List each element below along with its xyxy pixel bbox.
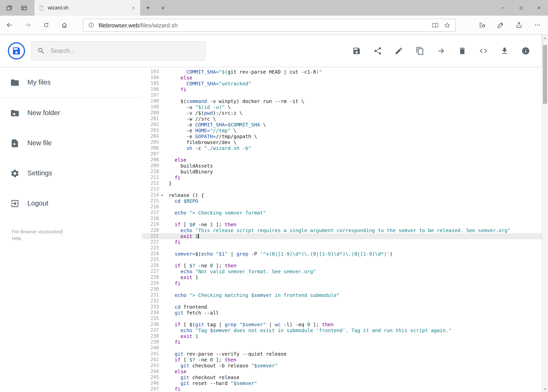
code-line-230[interactable]: 230: [142, 286, 542, 292]
code-line-227[interactable]: 227 echo "Not valid semver format. See s…: [142, 268, 542, 274]
sidebar-item-settings[interactable]: Settings: [0, 158, 142, 188]
code-line-225[interactable]: 225: [142, 257, 542, 263]
code-line-205[interactable]: 205 filebrowser/dev \: [142, 139, 542, 145]
code-line-213[interactable]: 213: [142, 186, 542, 192]
code-line-232[interactable]: 232: [142, 298, 542, 304]
sidebar-item-logout[interactable]: Logout: [0, 188, 142, 218]
code-line-239[interactable]: 239 fi: [142, 339, 542, 345]
code-line-233[interactable]: 233 cd frontend: [142, 304, 542, 310]
help-link[interactable]: Help: [12, 236, 21, 241]
code-line-199[interactable]: 199 -u "$(id -u)" \: [142, 104, 542, 110]
close-button[interactable]: [530, 0, 548, 16]
code-line-219[interactable]: 219 if [ $# -ne 1 ]; then: [142, 222, 542, 227]
download-button[interactable]: [494, 40, 515, 61]
forward-button[interactable]: [18, 16, 37, 35]
code-line-193[interactable]: 193 COMMIT_SHA="$(git rev-parse HEAD | c…: [142, 69, 542, 75]
refresh-button[interactable]: [37, 16, 55, 35]
source-button[interactable]: [473, 40, 494, 61]
sidebar-item-new-file[interactable]: New file: [0, 128, 142, 158]
maximize-button[interactable]: [512, 0, 530, 16]
code-line-238[interactable]: 238 exit 1: [142, 333, 542, 339]
code-line-210[interactable]: 210 buildBinary: [142, 169, 542, 175]
code-line-208[interactable]: 208 else: [142, 157, 542, 163]
reading-view-button[interactable]: [431, 21, 440, 29]
code-line-220[interactable]: 220 echo "This release script requires a…: [142, 227, 542, 233]
scroll-down-arrow[interactable]: ∨: [542, 386, 548, 392]
new-tab-button[interactable]: +: [140, 0, 156, 16]
code-line-240[interactable]: 240: [142, 345, 542, 351]
code-line-222[interactable]: 222 fi: [142, 239, 542, 245]
code-line-197[interactable]: 197: [142, 92, 542, 98]
code-line-242[interactable]: 242 if [ $? -ne 0 ]; then: [142, 357, 542, 363]
code-line-241[interactable]: 241 git rev-parse --verify --quiet relea…: [142, 351, 542, 357]
code-line-218[interactable]: 218: [142, 216, 542, 222]
line-number: 233: [142, 304, 164, 310]
code-line-198[interactable]: 198 $(command -v winpty) docker run --rm…: [142, 98, 542, 104]
back-button[interactable]: [0, 16, 18, 35]
code-line-215[interactable]: 215 cd $REPO: [142, 198, 542, 204]
code-line-231[interactable]: 231 echo "> Checking matching $semver in…: [142, 292, 542, 298]
code-line-229[interactable]: 229 fi: [142, 280, 542, 286]
code-editor[interactable]: 193 COMMIT_SHA="$(git rev-parse HEAD | c…: [142, 67, 542, 392]
code-line-247[interactable]: 247 fi: [142, 386, 542, 392]
code-line-221[interactable]: 221 exit 1: [142, 233, 542, 239]
browser-tab[interactable]: wizard.sh: [35, 0, 140, 16]
code-line-204[interactable]: 204 -e GOPATH=//tmp/gopath \: [142, 133, 542, 139]
home-button[interactable]: [55, 16, 74, 35]
code-line-207[interactable]: 207: [142, 151, 542, 157]
code-line-194[interactable]: 194 else: [142, 75, 542, 81]
code-line-196[interactable]: 196 fi: [142, 86, 542, 92]
code-line-246[interactable]: 246 git reset --hard "$semver": [142, 380, 542, 386]
code-line-236[interactable]: 236 if [ $(git tag | grep "$semver" | wc…: [142, 322, 542, 327]
set-tabs-aside-button[interactable]: [3, 2, 15, 14]
share-button[interactable]: [367, 40, 388, 61]
site-info-icon[interactable]: [87, 21, 95, 29]
code-line-243[interactable]: 243 git checkout -b release "$semver": [142, 363, 542, 369]
address-bar[interactable]: filebrowser.web/files/wizard.sh: [83, 19, 456, 32]
tab-preview-button[interactable]: [18, 2, 30, 14]
search-input[interactable]: [50, 47, 200, 55]
move-button[interactable]: [431, 40, 452, 61]
share-button[interactable]: [510, 21, 528, 29]
code-line-217[interactable]: 217 echo "> Checking semver format": [142, 210, 542, 216]
code-line-200[interactable]: 200 -v /$(pwd):/src:z \: [142, 110, 542, 116]
edit-button[interactable]: [388, 40, 409, 61]
code-line-223[interactable]: 223: [142, 245, 542, 251]
delete-button[interactable]: [452, 40, 473, 61]
code-line-235[interactable]: 235: [142, 316, 542, 322]
code-line-228[interactable]: 228 exit 1: [142, 274, 542, 280]
sidebar-item-my-files[interactable]: My files: [0, 67, 142, 98]
tab-close-button[interactable]: [131, 5, 136, 11]
code-line-203[interactable]: 203 -e HOME="//tmp" \: [142, 128, 542, 133]
tab-list-chevron-button[interactable]: ∨: [156, 0, 170, 16]
save-button[interactable]: [346, 40, 367, 61]
code-line-211[interactable]: 211 fi: [142, 175, 542, 181]
code-line-224[interactable]: 224 semver=$(echo "$1" | grep -P '^v(0|[…: [142, 251, 542, 257]
scrollbar-thumb[interactable]: [543, 45, 547, 104]
web-notes-button[interactable]: [491, 21, 510, 29]
code-line-226[interactable]: 226 if [ $? -ne 0 ]; then: [142, 263, 542, 268]
code-line-201[interactable]: 201 -w //src \: [142, 116, 542, 122]
more-options-button[interactable]: [528, 21, 547, 29]
code-line-216[interactable]: 216: [142, 204, 542, 210]
copy-button[interactable]: [409, 40, 431, 61]
sidebar-item-new-folder[interactable]: New folder: [0, 98, 142, 128]
info-button[interactable]: [515, 40, 536, 61]
code-line-237[interactable]: 237 echo "Tag $semver does not exist in …: [142, 327, 542, 333]
code-line-214[interactable]: 214▾release () {: [142, 192, 542, 198]
code-line-206[interactable]: 206 sh -c "./wizard.sh -b": [142, 145, 542, 151]
minimize-button[interactable]: [494, 0, 512, 16]
fold-marker-icon[interactable]: ▾: [161, 192, 163, 198]
code-line-195[interactable]: 195 COMMIT_SHA="untracked": [142, 81, 542, 86]
code-line-244[interactable]: 244 else: [142, 369, 542, 374]
scroll-up-arrow[interactable]: ∧: [542, 35, 548, 41]
hub-button[interactable]: [473, 21, 491, 29]
app-logo[interactable]: [8, 42, 25, 59]
code-line-212[interactable]: 212}: [142, 181, 542, 186]
code-line-209[interactable]: 209 buildAssets: [142, 163, 542, 169]
code-line-202[interactable]: 202 -e COMMIT_SHA=$COMMIT_SHA \: [142, 122, 542, 128]
page-scrollbar[interactable]: ∧ ∨: [542, 35, 548, 392]
code-line-245[interactable]: 245 git checkout release: [142, 374, 542, 380]
favorite-star-button[interactable]: [443, 21, 451, 29]
code-line-234[interactable]: 234 git fetch --all: [142, 310, 542, 316]
